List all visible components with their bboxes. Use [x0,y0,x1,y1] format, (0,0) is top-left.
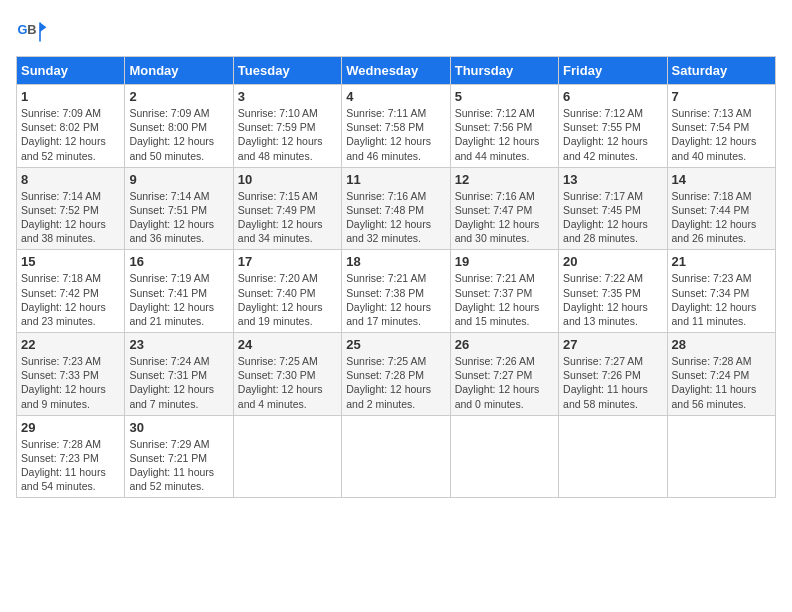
day-info: Sunrise: 7:14 AMSunset: 7:51 PMDaylight:… [129,189,228,246]
table-row [450,415,558,498]
day-info: Sunrise: 7:09 AMSunset: 8:00 PMDaylight:… [129,106,228,163]
day-info: Sunrise: 7:27 AMSunset: 7:26 PMDaylight:… [563,354,662,411]
table-row: 24 Sunrise: 7:25 AMSunset: 7:30 PMDaylig… [233,333,341,416]
day-number: 18 [346,254,445,269]
table-row: 25 Sunrise: 7:25 AMSunset: 7:28 PMDaylig… [342,333,450,416]
day-info: Sunrise: 7:18 AMSunset: 7:42 PMDaylight:… [21,271,120,328]
table-row: 12 Sunrise: 7:16 AMSunset: 7:47 PMDaylig… [450,167,558,250]
day-number: 29 [21,420,120,435]
day-number: 22 [21,337,120,352]
day-info: Sunrise: 7:10 AMSunset: 7:59 PMDaylight:… [238,106,337,163]
day-number: 11 [346,172,445,187]
table-row [559,415,667,498]
calendar-row: 22 Sunrise: 7:23 AMSunset: 7:33 PMDaylig… [17,333,776,416]
calendar-row: 15 Sunrise: 7:18 AMSunset: 7:42 PMDaylig… [17,250,776,333]
day-info: Sunrise: 7:29 AMSunset: 7:21 PMDaylight:… [129,437,228,494]
day-info: Sunrise: 7:17 AMSunset: 7:45 PMDaylight:… [563,189,662,246]
day-info: Sunrise: 7:25 AMSunset: 7:28 PMDaylight:… [346,354,445,411]
table-row: 23 Sunrise: 7:24 AMSunset: 7:31 PMDaylig… [125,333,233,416]
day-number: 5 [455,89,554,104]
col-monday: Monday [125,57,233,85]
day-info: Sunrise: 7:26 AMSunset: 7:27 PMDaylight:… [455,354,554,411]
day-info: Sunrise: 7:16 AMSunset: 7:47 PMDaylight:… [455,189,554,246]
header-row: Sunday Monday Tuesday Wednesday Thursday… [17,57,776,85]
day-number: 19 [455,254,554,269]
day-info: Sunrise: 7:19 AMSunset: 7:41 PMDaylight:… [129,271,228,328]
day-number: 8 [21,172,120,187]
day-number: 7 [672,89,771,104]
table-row: 11 Sunrise: 7:16 AMSunset: 7:48 PMDaylig… [342,167,450,250]
day-info: Sunrise: 7:20 AMSunset: 7:40 PMDaylight:… [238,271,337,328]
calendar-row: 29 Sunrise: 7:28 AMSunset: 7:23 PMDaylig… [17,415,776,498]
day-number: 1 [21,89,120,104]
day-info: Sunrise: 7:09 AMSunset: 8:02 PMDaylight:… [21,106,120,163]
col-wednesday: Wednesday [342,57,450,85]
table-row [342,415,450,498]
day-number: 27 [563,337,662,352]
day-number: 17 [238,254,337,269]
table-row: 4 Sunrise: 7:11 AMSunset: 7:58 PMDayligh… [342,85,450,168]
day-number: 2 [129,89,228,104]
day-info: Sunrise: 7:24 AMSunset: 7:31 PMDaylight:… [129,354,228,411]
calendar-header: Sunday Monday Tuesday Wednesday Thursday… [17,57,776,85]
svg-text:G: G [18,22,28,37]
table-row: 19 Sunrise: 7:21 AMSunset: 7:37 PMDaylig… [450,250,558,333]
table-row: 26 Sunrise: 7:26 AMSunset: 7:27 PMDaylig… [450,333,558,416]
day-number: 23 [129,337,228,352]
table-row: 21 Sunrise: 7:23 AMSunset: 7:34 PMDaylig… [667,250,775,333]
day-number: 3 [238,89,337,104]
day-number: 10 [238,172,337,187]
table-row: 17 Sunrise: 7:20 AMSunset: 7:40 PMDaylig… [233,250,341,333]
col-saturday: Saturday [667,57,775,85]
day-info: Sunrise: 7:11 AMSunset: 7:58 PMDaylight:… [346,106,445,163]
table-row: 2 Sunrise: 7:09 AMSunset: 8:00 PMDayligh… [125,85,233,168]
day-number: 24 [238,337,337,352]
day-number: 13 [563,172,662,187]
day-number: 4 [346,89,445,104]
day-info: Sunrise: 7:14 AMSunset: 7:52 PMDaylight:… [21,189,120,246]
table-row: 16 Sunrise: 7:19 AMSunset: 7:41 PMDaylig… [125,250,233,333]
day-info: Sunrise: 7:13 AMSunset: 7:54 PMDaylight:… [672,106,771,163]
table-row: 5 Sunrise: 7:12 AMSunset: 7:56 PMDayligh… [450,85,558,168]
table-row: 27 Sunrise: 7:27 AMSunset: 7:26 PMDaylig… [559,333,667,416]
calendar-row: 1 Sunrise: 7:09 AMSunset: 8:02 PMDayligh… [17,85,776,168]
table-row: 13 Sunrise: 7:17 AMSunset: 7:45 PMDaylig… [559,167,667,250]
col-thursday: Thursday [450,57,558,85]
table-row: 30 Sunrise: 7:29 AMSunset: 7:21 PMDaylig… [125,415,233,498]
day-info: Sunrise: 7:23 AMSunset: 7:34 PMDaylight:… [672,271,771,328]
table-row: 18 Sunrise: 7:21 AMSunset: 7:38 PMDaylig… [342,250,450,333]
day-number: 28 [672,337,771,352]
day-number: 21 [672,254,771,269]
day-number: 15 [21,254,120,269]
day-number: 20 [563,254,662,269]
day-number: 16 [129,254,228,269]
table-row: 10 Sunrise: 7:15 AMSunset: 7:49 PMDaylig… [233,167,341,250]
day-info: Sunrise: 7:21 AMSunset: 7:38 PMDaylight:… [346,271,445,328]
day-info: Sunrise: 7:21 AMSunset: 7:37 PMDaylight:… [455,271,554,328]
day-info: Sunrise: 7:22 AMSunset: 7:35 PMDaylight:… [563,271,662,328]
table-row [667,415,775,498]
table-row: 9 Sunrise: 7:14 AMSunset: 7:51 PMDayligh… [125,167,233,250]
day-number: 6 [563,89,662,104]
col-tuesday: Tuesday [233,57,341,85]
table-row: 28 Sunrise: 7:28 AMSunset: 7:24 PMDaylig… [667,333,775,416]
day-info: Sunrise: 7:15 AMSunset: 7:49 PMDaylight:… [238,189,337,246]
day-number: 26 [455,337,554,352]
table-row: 14 Sunrise: 7:18 AMSunset: 7:44 PMDaylig… [667,167,775,250]
calendar-body: 1 Sunrise: 7:09 AMSunset: 8:02 PMDayligh… [17,85,776,498]
table-row: 3 Sunrise: 7:10 AMSunset: 7:59 PMDayligh… [233,85,341,168]
day-number: 25 [346,337,445,352]
logo: G B [16,16,52,48]
day-info: Sunrise: 7:12 AMSunset: 7:56 PMDaylight:… [455,106,554,163]
calendar-row: 8 Sunrise: 7:14 AMSunset: 7:52 PMDayligh… [17,167,776,250]
table-row: 22 Sunrise: 7:23 AMSunset: 7:33 PMDaylig… [17,333,125,416]
table-row: 15 Sunrise: 7:18 AMSunset: 7:42 PMDaylig… [17,250,125,333]
logo-icon: G B [16,16,48,48]
day-number: 30 [129,420,228,435]
header: G B [16,16,776,48]
svg-marker-2 [40,22,46,32]
day-number: 12 [455,172,554,187]
day-info: Sunrise: 7:28 AMSunset: 7:23 PMDaylight:… [21,437,120,494]
day-info: Sunrise: 7:12 AMSunset: 7:55 PMDaylight:… [563,106,662,163]
col-sunday: Sunday [17,57,125,85]
